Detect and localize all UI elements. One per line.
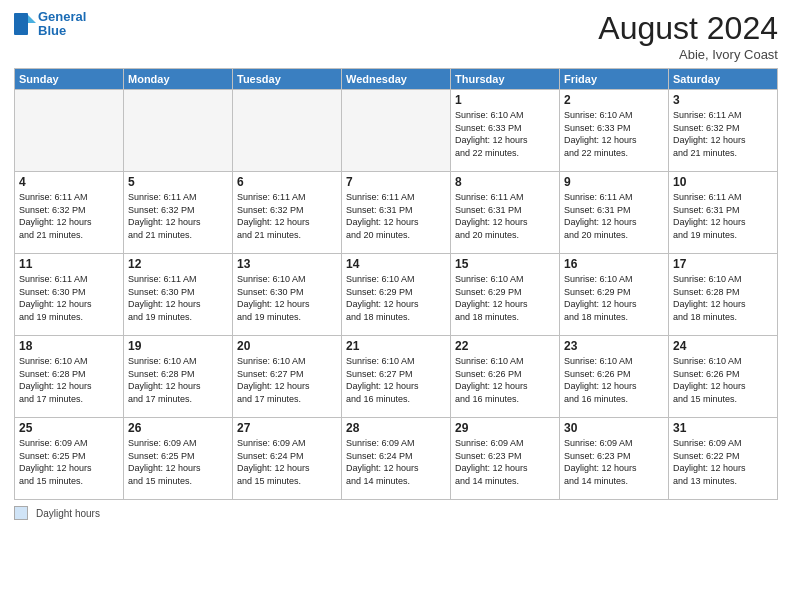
- day-info: Sunrise: 6:10 AM Sunset: 6:26 PM Dayligh…: [455, 355, 555, 405]
- calendar-week-1: 4Sunrise: 6:11 AM Sunset: 6:32 PM Daylig…: [15, 172, 778, 254]
- svg-rect-0: [14, 13, 28, 35]
- day-number: 29: [455, 421, 555, 435]
- calendar-cell: 18Sunrise: 6:10 AM Sunset: 6:28 PM Dayli…: [15, 336, 124, 418]
- day-info: Sunrise: 6:09 AM Sunset: 6:24 PM Dayligh…: [346, 437, 446, 487]
- day-info: Sunrise: 6:11 AM Sunset: 6:32 PM Dayligh…: [673, 109, 773, 159]
- day-info: Sunrise: 6:10 AM Sunset: 6:26 PM Dayligh…: [564, 355, 664, 405]
- calendar-cell: 3Sunrise: 6:11 AM Sunset: 6:32 PM Daylig…: [669, 90, 778, 172]
- calendar-cell: 19Sunrise: 6:10 AM Sunset: 6:28 PM Dayli…: [124, 336, 233, 418]
- day-number: 1: [455, 93, 555, 107]
- day-info: Sunrise: 6:10 AM Sunset: 6:28 PM Dayligh…: [19, 355, 119, 405]
- day-info: Sunrise: 6:11 AM Sunset: 6:32 PM Dayligh…: [237, 191, 337, 241]
- calendar-header-friday: Friday: [560, 69, 669, 90]
- day-info: Sunrise: 6:10 AM Sunset: 6:28 PM Dayligh…: [128, 355, 228, 405]
- day-number: 16: [564, 257, 664, 271]
- day-info: Sunrise: 6:10 AM Sunset: 6:27 PM Dayligh…: [346, 355, 446, 405]
- calendar-cell: 23Sunrise: 6:10 AM Sunset: 6:26 PM Dayli…: [560, 336, 669, 418]
- calendar-cell: 12Sunrise: 6:11 AM Sunset: 6:30 PM Dayli…: [124, 254, 233, 336]
- day-number: 13: [237, 257, 337, 271]
- day-info: Sunrise: 6:10 AM Sunset: 6:29 PM Dayligh…: [455, 273, 555, 323]
- calendar-week-0: 1Sunrise: 6:10 AM Sunset: 6:33 PM Daylig…: [15, 90, 778, 172]
- main-container: General Blue August 2024 Abie, Ivory Coa…: [0, 0, 792, 612]
- day-number: 24: [673, 339, 773, 353]
- day-info: Sunrise: 6:09 AM Sunset: 6:23 PM Dayligh…: [564, 437, 664, 487]
- day-info: Sunrise: 6:09 AM Sunset: 6:25 PM Dayligh…: [128, 437, 228, 487]
- calendar-cell: 7Sunrise: 6:11 AM Sunset: 6:31 PM Daylig…: [342, 172, 451, 254]
- calendar-header-wednesday: Wednesday: [342, 69, 451, 90]
- calendar-cell: 22Sunrise: 6:10 AM Sunset: 6:26 PM Dayli…: [451, 336, 560, 418]
- legend: Daylight hours: [14, 506, 778, 520]
- calendar-header-monday: Monday: [124, 69, 233, 90]
- day-number: 21: [346, 339, 446, 353]
- day-number: 10: [673, 175, 773, 189]
- day-info: Sunrise: 6:11 AM Sunset: 6:32 PM Dayligh…: [128, 191, 228, 241]
- day-info: Sunrise: 6:11 AM Sunset: 6:30 PM Dayligh…: [128, 273, 228, 323]
- day-number: 9: [564, 175, 664, 189]
- calendar-cell: 6Sunrise: 6:11 AM Sunset: 6:32 PM Daylig…: [233, 172, 342, 254]
- logo-blue-text: Blue: [38, 24, 86, 38]
- calendar-cell: 5Sunrise: 6:11 AM Sunset: 6:32 PM Daylig…: [124, 172, 233, 254]
- day-info: Sunrise: 6:11 AM Sunset: 6:31 PM Dayligh…: [564, 191, 664, 241]
- calendar-cell: [342, 90, 451, 172]
- day-info: Sunrise: 6:10 AM Sunset: 6:29 PM Dayligh…: [346, 273, 446, 323]
- day-info: Sunrise: 6:11 AM Sunset: 6:31 PM Dayligh…: [673, 191, 773, 241]
- title-area: August 2024 Abie, Ivory Coast: [598, 10, 778, 62]
- calendar-cell: 21Sunrise: 6:10 AM Sunset: 6:27 PM Dayli…: [342, 336, 451, 418]
- day-number: 20: [237, 339, 337, 353]
- day-number: 3: [673, 93, 773, 107]
- day-info: Sunrise: 6:10 AM Sunset: 6:27 PM Dayligh…: [237, 355, 337, 405]
- logo: General Blue: [14, 10, 86, 37]
- calendar-header-thursday: Thursday: [451, 69, 560, 90]
- day-info: Sunrise: 6:10 AM Sunset: 6:33 PM Dayligh…: [564, 109, 664, 159]
- calendar-table: SundayMondayTuesdayWednesdayThursdayFrid…: [14, 68, 778, 500]
- month-title: August 2024: [598, 10, 778, 47]
- day-number: 22: [455, 339, 555, 353]
- day-number: 19: [128, 339, 228, 353]
- calendar-header-row: SundayMondayTuesdayWednesdayThursdayFrid…: [15, 69, 778, 90]
- calendar-cell: [124, 90, 233, 172]
- day-number: 28: [346, 421, 446, 435]
- calendar-cell: 2Sunrise: 6:10 AM Sunset: 6:33 PM Daylig…: [560, 90, 669, 172]
- day-info: Sunrise: 6:09 AM Sunset: 6:23 PM Dayligh…: [455, 437, 555, 487]
- calendar-cell: 20Sunrise: 6:10 AM Sunset: 6:27 PM Dayli…: [233, 336, 342, 418]
- day-number: 15: [455, 257, 555, 271]
- calendar-week-2: 11Sunrise: 6:11 AM Sunset: 6:30 PM Dayli…: [15, 254, 778, 336]
- calendar-cell: 14Sunrise: 6:10 AM Sunset: 6:29 PM Dayli…: [342, 254, 451, 336]
- day-info: Sunrise: 6:09 AM Sunset: 6:24 PM Dayligh…: [237, 437, 337, 487]
- day-number: 23: [564, 339, 664, 353]
- day-info: Sunrise: 6:09 AM Sunset: 6:25 PM Dayligh…: [19, 437, 119, 487]
- calendar-cell: 15Sunrise: 6:10 AM Sunset: 6:29 PM Dayli…: [451, 254, 560, 336]
- day-number: 18: [19, 339, 119, 353]
- calendar-cell: 30Sunrise: 6:09 AM Sunset: 6:23 PM Dayli…: [560, 418, 669, 500]
- calendar-cell: 31Sunrise: 6:09 AM Sunset: 6:22 PM Dayli…: [669, 418, 778, 500]
- calendar-cell: 17Sunrise: 6:10 AM Sunset: 6:28 PM Dayli…: [669, 254, 778, 336]
- legend-label: Daylight hours: [36, 508, 100, 519]
- day-number: 30: [564, 421, 664, 435]
- calendar-header-saturday: Saturday: [669, 69, 778, 90]
- calendar-cell: 24Sunrise: 6:10 AM Sunset: 6:26 PM Dayli…: [669, 336, 778, 418]
- calendar-cell: 11Sunrise: 6:11 AM Sunset: 6:30 PM Dayli…: [15, 254, 124, 336]
- day-info: Sunrise: 6:10 AM Sunset: 6:28 PM Dayligh…: [673, 273, 773, 323]
- day-number: 11: [19, 257, 119, 271]
- calendar-cell: 1Sunrise: 6:10 AM Sunset: 6:33 PM Daylig…: [451, 90, 560, 172]
- legend-box: [14, 506, 28, 520]
- day-number: 5: [128, 175, 228, 189]
- day-info: Sunrise: 6:09 AM Sunset: 6:22 PM Dayligh…: [673, 437, 773, 487]
- logo-svg: [14, 13, 36, 35]
- day-info: Sunrise: 6:10 AM Sunset: 6:33 PM Dayligh…: [455, 109, 555, 159]
- calendar-cell: 29Sunrise: 6:09 AM Sunset: 6:23 PM Dayli…: [451, 418, 560, 500]
- day-number: 8: [455, 175, 555, 189]
- day-info: Sunrise: 6:11 AM Sunset: 6:31 PM Dayligh…: [346, 191, 446, 241]
- calendar-header-tuesday: Tuesday: [233, 69, 342, 90]
- day-number: 17: [673, 257, 773, 271]
- calendar-cell: 8Sunrise: 6:11 AM Sunset: 6:31 PM Daylig…: [451, 172, 560, 254]
- calendar-header-sunday: Sunday: [15, 69, 124, 90]
- day-number: 26: [128, 421, 228, 435]
- day-info: Sunrise: 6:10 AM Sunset: 6:26 PM Dayligh…: [673, 355, 773, 405]
- calendar-cell: 10Sunrise: 6:11 AM Sunset: 6:31 PM Dayli…: [669, 172, 778, 254]
- day-number: 6: [237, 175, 337, 189]
- calendar-cell: 27Sunrise: 6:09 AM Sunset: 6:24 PM Dayli…: [233, 418, 342, 500]
- day-number: 25: [19, 421, 119, 435]
- day-info: Sunrise: 6:11 AM Sunset: 6:31 PM Dayligh…: [455, 191, 555, 241]
- calendar-cell: 9Sunrise: 6:11 AM Sunset: 6:31 PM Daylig…: [560, 172, 669, 254]
